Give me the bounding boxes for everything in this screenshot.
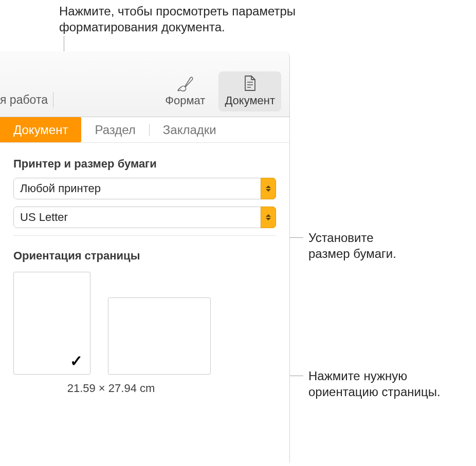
- orientation-landscape[interactable]: [108, 297, 211, 375]
- printer-popup[interactable]: Любой принтер: [13, 178, 276, 199]
- printer-popup-value: Любой принтер: [20, 182, 101, 195]
- orientation-dimensions: 21.59 × 27.94 cm: [13, 382, 209, 395]
- orientation-header: Ориентация страницы: [13, 249, 276, 263]
- document-button-label: Документ: [225, 94, 275, 107]
- toolbar-item-truncated[interactable]: я работа: [0, 92, 53, 107]
- toolbar-right-group: Формат Документ: [159, 71, 281, 111]
- document-icon: [241, 74, 259, 92]
- paper-size-popup[interactable]: US Letter: [13, 207, 276, 228]
- orientation-portrait[interactable]: [13, 272, 90, 375]
- callout-orient-text: Нажмите нужную ориентацию страницы.: [308, 368, 441, 400]
- callout-top-text: Нажмите, чтобы просмотреть параметры фор…: [59, 3, 296, 35]
- printer-paper-header: Принтер и размер бумаги: [13, 157, 276, 171]
- paintbrush-icon: [176, 74, 194, 92]
- format-button-label: Формат: [165, 94, 205, 107]
- orientation-row: [13, 272, 276, 375]
- callout-paper-text: Установите размер бумаги.: [308, 230, 396, 262]
- tab-document[interactable]: Документ: [0, 117, 81, 142]
- popup-knob-icon: [261, 178, 276, 199]
- inspector-tabbar: Документ Раздел Закладки: [0, 117, 289, 143]
- format-button[interactable]: Формат: [159, 71, 211, 111]
- toolbar: я работа Формат Документ: [0, 51, 289, 117]
- document-button[interactable]: Документ: [218, 71, 281, 111]
- inspector-window: я работа Формат Документ: [0, 51, 290, 462]
- tab-section[interactable]: Раздел: [81, 117, 149, 142]
- popup-knob-icon: [261, 207, 276, 228]
- section-divider: [13, 235, 276, 236]
- paper-size-popup-value: US Letter: [20, 211, 68, 224]
- tab-bookmarks[interactable]: Закладки: [150, 117, 230, 142]
- document-panel: Принтер и размер бумаги Любой принтер US…: [0, 143, 289, 395]
